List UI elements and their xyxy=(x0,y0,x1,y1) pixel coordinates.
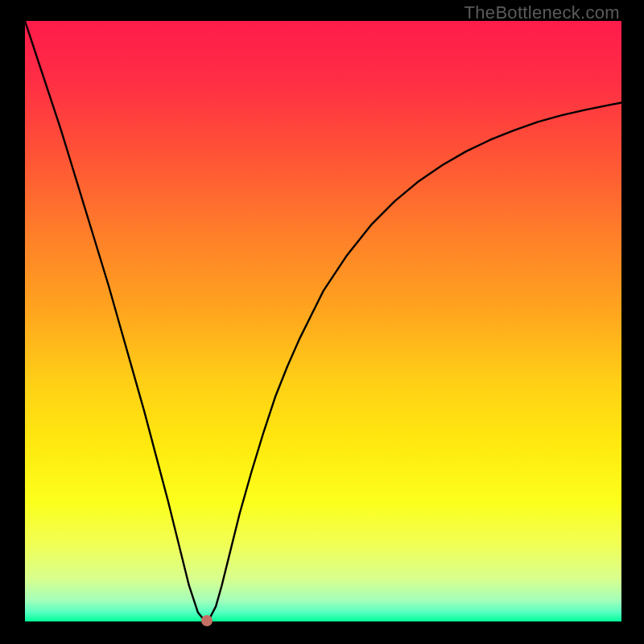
watermark-text: TheBottleneck.com xyxy=(464,2,620,23)
optimal-point-marker xyxy=(201,615,213,626)
plot-area xyxy=(25,21,621,621)
bottleneck-curve xyxy=(25,21,621,621)
